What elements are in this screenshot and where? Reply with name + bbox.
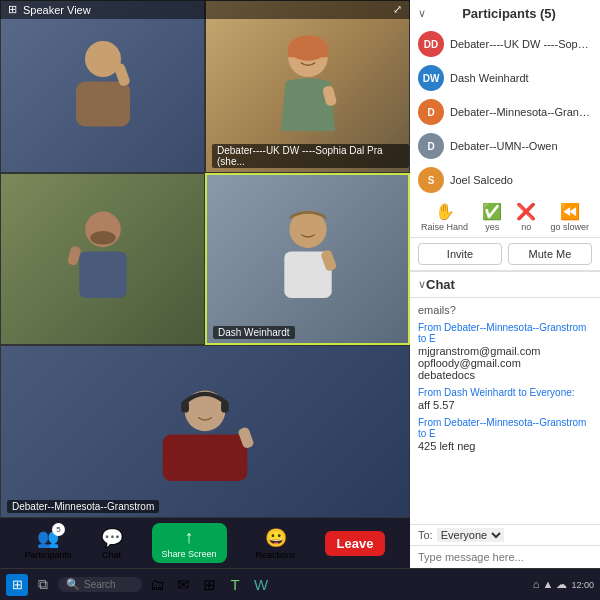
chat-to-row: To: Everyone (410, 524, 600, 545)
svg-point-8 (90, 231, 115, 245)
chat-to-label: To: (418, 529, 433, 541)
avatar-dd: DD (418, 31, 444, 57)
person-svg-5 (115, 377, 295, 487)
win-taskbar: ⊞ ⧉ 🔍 🗂 ✉ ⊞ T W ⌂ ▲ ☁ 12:00 (0, 568, 600, 600)
chat-to-select[interactable]: Everyone (437, 528, 504, 542)
chat-btn[interactable]: 💬 Chat (101, 527, 123, 560)
person-svg-4 (263, 204, 353, 314)
sys-tray-icons: ⌂ ▲ ☁ (533, 578, 568, 591)
chat-section: ∨ Chat emails? From Debater--Minnesota--… (410, 272, 600, 568)
search-icon: 🔍 (66, 578, 80, 591)
video-cell-4: Dash Weinhardt (205, 173, 410, 346)
participants-count: (5) (540, 6, 556, 21)
avatar-d-gray: D (418, 133, 444, 159)
svg-rect-1 (76, 82, 130, 127)
reactions-row: ✋ Raise Hand ✅ yes ❌ no ⏪ go slower (410, 197, 600, 238)
person-svg-1 (58, 31, 148, 141)
video-cell-3 (0, 173, 205, 346)
reactions-label: Reactions (256, 550, 296, 560)
taskbar-teams-btn[interactable]: T (224, 574, 246, 596)
chat-msg-2: From Dash Weinhardt to Everyone: aff 5.5… (418, 387, 592, 411)
svg-rect-7 (79, 251, 126, 298)
go-slower-label: go slower (550, 222, 589, 232)
speaker-view-label: Speaker View (23, 4, 91, 16)
chat-msg-1: From Debater--Minnesota--Granstrom to E … (418, 322, 592, 381)
chat-header: ∨ Chat (410, 272, 600, 298)
chat-from-1: From Debater--Minnesota--Granstrom to E (418, 322, 592, 344)
taskbar-explorer-btn[interactable]: 🗂 (146, 574, 168, 596)
list-item[interactable]: D Debater--UMN--Owen (410, 129, 600, 163)
taskbar-mail-btn[interactable]: ✉ (172, 574, 194, 596)
list-item[interactable]: DD Debater----UK DW ----Sophia Dal (410, 27, 600, 61)
raise-hand-icon: ✋ (435, 202, 455, 221)
win-search-input[interactable] (84, 579, 134, 590)
avatar-dw: DW (418, 65, 444, 91)
chat-text-2: aff 5.57 (418, 399, 592, 411)
chat-chevron-icon: ∨ (418, 278, 426, 291)
chat-msg-emails: emails? (418, 304, 592, 316)
taskbar-apps-btn[interactable]: ⊞ (198, 574, 220, 596)
participant-name-3: Debater--UMN--Owen (450, 140, 558, 152)
chat-msg-3: From Debater--Minnesota--Granstrom to E … (418, 417, 592, 452)
action-row: Invite Mute Me (410, 238, 600, 271)
person-svg-3 (58, 204, 148, 314)
participant-name-1: Dash Weinhardt (450, 72, 529, 84)
video-controls: 👥 5 Participants 💬 Chat ↑ Share Screen (0, 518, 410, 568)
yes-btn[interactable]: ✅ yes (482, 202, 502, 232)
participant-name-4: Joel Salcedo (450, 174, 513, 186)
list-item[interactable]: S Joel Salcedo (410, 163, 600, 197)
svg-rect-16 (221, 400, 229, 412)
chat-from-3: From Debater--Minnesota--Granstrom to E (418, 417, 592, 439)
invite-btn[interactable]: Invite (418, 243, 502, 265)
video-cell-2: Debater----UK DW ----Sophia Dal Pra (she… (205, 0, 410, 173)
svg-rect-14 (163, 434, 248, 481)
chat-text-3: 425 left neg (418, 440, 592, 452)
video-label-4: Dash Weinhardt (213, 326, 295, 339)
avatar-d-orange: D (418, 99, 444, 125)
participants-btn[interactable]: 👥 5 Participants (25, 527, 72, 560)
video-cell-5: Debater--Minnesota--Granstrom (0, 345, 410, 518)
raise-hand-label: Raise Hand (421, 222, 468, 232)
share-screen-btn[interactable]: ↑ Share Screen (152, 523, 227, 563)
sys-clock: 12:00 (571, 580, 594, 590)
share-screen-icon: ↑ (185, 527, 194, 548)
chat-input[interactable] (418, 551, 592, 563)
participant-name-0: Debater----UK DW ----Sophia Dal (450, 38, 592, 50)
no-btn[interactable]: ❌ no (516, 202, 536, 232)
chat-label: Chat (102, 550, 121, 560)
participants-header: ∨ Participants (5) (410, 0, 600, 27)
participant-name-2: Debater--Minnesota--Granstrom (450, 106, 592, 118)
yes-icon: ✅ (482, 202, 502, 221)
task-view-btn[interactable]: ⧉ (32, 574, 54, 596)
go-slower-btn[interactable]: ⏪ go slower (550, 202, 589, 232)
leave-btn[interactable]: Leave (325, 531, 386, 556)
win-search-box[interactable]: 🔍 (58, 577, 142, 592)
list-item[interactable]: DW Dash Weinhardt (410, 61, 600, 95)
avatar-js: S (418, 167, 444, 193)
speaker-view-bar: ⊞ Speaker View ⤢ (0, 0, 410, 19)
video-label-2: Debater----UK DW ----Sophia Dal Pra (she… (212, 144, 409, 168)
taskbar-word-btn[interactable]: W (250, 574, 272, 596)
chat-icon: 💬 (101, 527, 123, 549)
no-icon: ❌ (516, 202, 536, 221)
chevron-left-icon: ∨ (418, 7, 426, 20)
reactions-btn[interactable]: 😀 Reactions (256, 527, 296, 560)
chat-messages: emails? From Debater--Minnesota--Granstr… (410, 298, 600, 524)
windows-start-btn[interactable]: ⊞ (6, 574, 28, 596)
reactions-icon: 😀 (265, 527, 287, 549)
mute-me-btn[interactable]: Mute Me (508, 243, 592, 265)
yes-label: yes (485, 222, 499, 232)
participants-list: DD Debater----UK DW ----Sophia Dal DW Da… (410, 27, 600, 197)
raise-hand-btn[interactable]: ✋ Raise Hand (421, 202, 468, 232)
participants-label: Participants (25, 550, 72, 560)
video-label-5: Debater--Minnesota--Granstrom (7, 500, 159, 513)
list-item[interactable]: D Debater--Minnesota--Granstrom (410, 95, 600, 129)
chat-from-2: From Dash Weinhardt to Everyone: (418, 387, 592, 398)
sidebar: ∨ Participants (5) DD Debater----UK DW -… (410, 0, 600, 568)
expand-icon[interactable]: ⤢ (393, 3, 402, 16)
participants-count-badge: 5 (52, 523, 65, 536)
svg-rect-15 (181, 400, 189, 412)
chat-title: Chat (426, 277, 455, 292)
sys-tray: ⌂ ▲ ☁ 12:00 (533, 578, 594, 591)
grid-icon: ⊞ (8, 3, 17, 16)
